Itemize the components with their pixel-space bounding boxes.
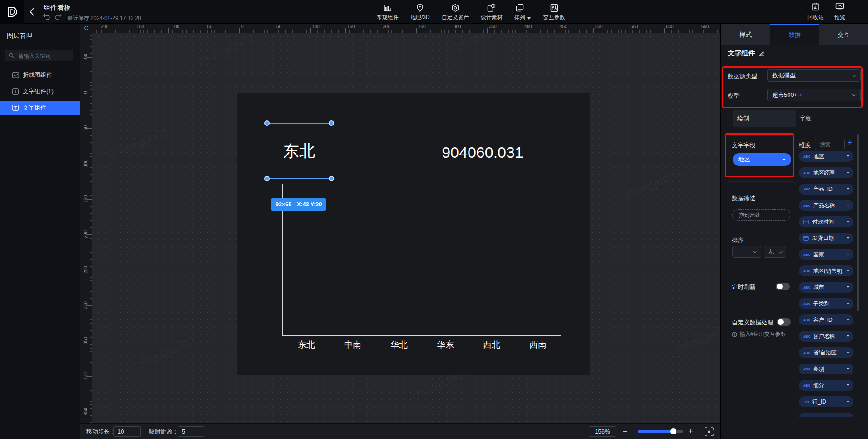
undo-icon[interactable] (43, 14, 50, 20)
layer-list-item[interactable]: 折线图组件 (0, 68, 80, 82)
resize-handle[interactable] (329, 120, 334, 126)
triangle-down-icon (847, 205, 849, 206)
sort-order-select[interactable]: 无 (764, 246, 786, 258)
field-pill[interactable]: ABC 子类别 (799, 298, 853, 309)
tab-draw[interactable]: 绘制 (733, 110, 796, 127)
field-pill[interactable]: ABC 城市 (799, 282, 853, 293)
fit-canvas-icon[interactable] (704, 427, 714, 437)
ruler-reset-icon[interactable]: C (80, 24, 92, 33)
calendar-icon (803, 219, 809, 224)
metric-text-component[interactable]: 904060.031 (442, 144, 523, 161)
move-step-input[interactable] (113, 426, 141, 437)
triangle-down-icon (847, 172, 849, 174)
field-pill[interactable]: 发货日期 (799, 233, 853, 244)
field-pill[interactable]: ABC 地区经理 (799, 167, 853, 178)
toolbar-button[interactable]: 常规组件 (375, 2, 400, 22)
zoom-slider[interactable] (638, 430, 683, 433)
toolbar-button[interactable]: 交互参数 (542, 2, 567, 22)
field-pill[interactable]: ABC 国家 (799, 249, 853, 260)
field-pill[interactable]: ABC (799, 413, 853, 417)
layer-search-input[interactable] (17, 52, 67, 60)
panel-tab[interactable]: 数据 (770, 24, 819, 45)
model-label: 模型 (728, 92, 740, 100)
chevron-down-icon (852, 72, 857, 77)
custom-data-toggle[interactable] (777, 318, 791, 326)
axis-category-label: 东北 (298, 339, 315, 351)
text-type-icon: ABC (803, 319, 810, 322)
triangle-down-icon (847, 352, 849, 354)
chevron-down-icon (753, 249, 757, 253)
field-pill[interactable]: ABC 产品名称 (799, 200, 853, 211)
chart-bars-icon (383, 3, 392, 12)
zoom-slider-fill (638, 430, 673, 433)
triangle-down-icon (847, 188, 849, 190)
text-type-icon: ABC (803, 188, 810, 191)
header-action-button[interactable]: 预览 (834, 2, 845, 21)
resize-handle[interactable] (264, 176, 270, 181)
zoom-level[interactable]: 156% (589, 426, 616, 437)
divider (728, 181, 794, 182)
snap-distance-input[interactable] (178, 426, 204, 437)
ruler-number: 450 (83, 407, 88, 416)
layer-search[interactable] (5, 50, 73, 61)
panel-tab[interactable]: 样式 (721, 24, 770, 45)
model-select[interactable]: 超市500+-+ (767, 89, 861, 101)
last-saved-text: 最近保存 2024-01-29 17:32:20 (67, 15, 141, 22)
toolbar-button[interactable]: 地理/3D (409, 2, 432, 22)
ruler-number: 50 (83, 124, 88, 133)
back-button[interactable] (26, 6, 37, 18)
field-pill[interactable]: ABC 细分 (799, 380, 853, 391)
resize-handle[interactable] (329, 176, 334, 181)
panel-tabs: 样式数据交互 (721, 24, 868, 45)
ruler-number: 0 (241, 24, 244, 29)
sliders-icon (550, 3, 558, 12)
toolbar-button[interactable]: 自定义资产 (440, 2, 471, 22)
text-icon (12, 88, 19, 95)
sort-label: 排序 (732, 236, 744, 244)
zoom-slider-knob[interactable] (670, 428, 676, 434)
field-list-scrollbar[interactable] (857, 134, 859, 311)
search-icon (9, 53, 15, 59)
zoom-out-button[interactable]: − (623, 424, 628, 439)
layer-list-item[interactable]: 文字组件 (0, 101, 80, 115)
redo-icon[interactable] (55, 14, 62, 20)
field-pill[interactable]: ABC 地区 (799, 151, 853, 162)
chevron-down-icon (779, 249, 783, 253)
ruler-number: -200 (99, 24, 108, 29)
layer-list: 折线图组件 文字组件(1) 文字组件 (0, 68, 80, 117)
field-pill[interactable]: ABC 省/自治区 (799, 347, 853, 358)
add-field-icon[interactable]: + (848, 138, 853, 148)
dimension-search[interactable] (815, 139, 845, 150)
field-pill[interactable]: ABC 客户_ID (799, 314, 853, 325)
field-pill[interactable]: ABC 类别 (799, 364, 853, 374)
text-component-value: 东北 (283, 140, 315, 162)
text-field-select[interactable]: 地区 (733, 153, 791, 166)
dashboard-canvas[interactable]: 904060.031 东北中南华北华东西北西南 东北 92×65 X:43 Y:… (237, 93, 590, 375)
edit-pencil-icon[interactable] (759, 50, 765, 57)
toolbar-button[interactable]: 设计素材 (479, 2, 504, 22)
filter-dropzone[interactable]: 拖到此处 (732, 209, 790, 221)
datasource-type-select[interactable]: 数据模型 (767, 69, 861, 82)
field-pill[interactable]: ABC 地区(销售明... (799, 265, 853, 276)
auto-refresh-toggle[interactable] (776, 283, 790, 290)
field-pill[interactable]: 付款时间 (799, 216, 853, 227)
tab-field[interactable]: 字段 (799, 110, 811, 127)
sort-field-select[interactable] (732, 246, 761, 258)
move-step-label: 移动步长： (86, 424, 116, 439)
panel-tab[interactable]: 交互 (819, 24, 868, 45)
zoom-in-button[interactable]: + (688, 424, 693, 439)
ruler-number: 350 (83, 336, 88, 345)
field-pill[interactable]: ABC 产品_ID (799, 184, 853, 195)
resize-handle[interactable] (264, 120, 270, 126)
dimension-search-input[interactable] (819, 141, 841, 148)
ruler-number: -50 (206, 24, 212, 29)
horizontal-ruler: -200-150-100-500501001502002503003504004… (92, 24, 720, 33)
field-pill[interactable]: 123 行_ID (799, 396, 853, 407)
layer-list-item[interactable]: 文字组件(1) (0, 85, 80, 98)
header-action-button[interactable]: 回收站 (807, 2, 824, 21)
field-pill[interactable]: ABC 客户名称 (799, 331, 853, 342)
toolbar-button[interactable]: 排列 (513, 2, 527, 22)
triangle-down-icon (847, 254, 849, 255)
selected-text-component[interactable]: 东北 (267, 123, 331, 179)
field-label: 产品_ID (813, 185, 844, 193)
